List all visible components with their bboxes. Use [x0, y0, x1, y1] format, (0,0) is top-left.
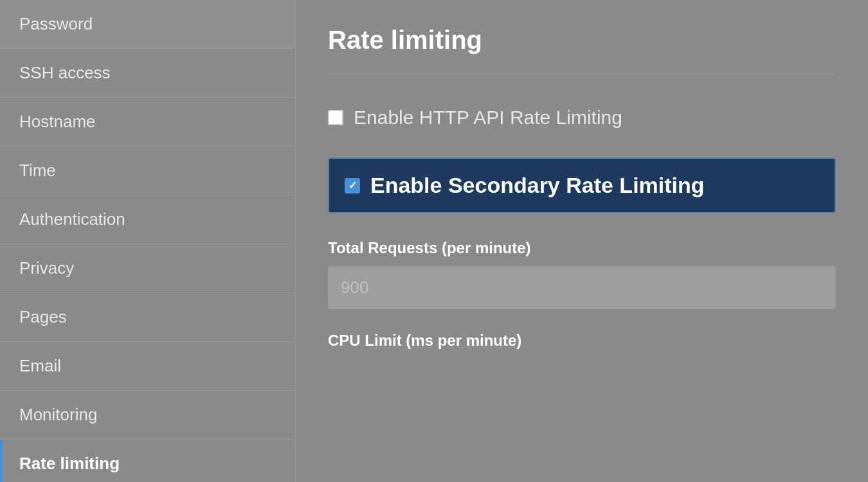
sidebar-item-pages[interactable]: Pages: [0, 293, 295, 342]
secondary-rate-limiting-row[interactable]: Enable Secondary Rate Limiting: [328, 157, 836, 213]
main-content: Rate limiting Enable HTTP API Rate Limit…: [296, 0, 868, 482]
sidebar-item-label: Pages: [19, 307, 67, 327]
page-title: Rate limiting: [328, 26, 836, 55]
sidebar-item-label: Rate limiting: [19, 454, 120, 474]
http-api-rate-limiting-row[interactable]: Enable HTTP API Rate Limiting: [328, 100, 836, 135]
sidebar-item-privacy[interactable]: Privacy: [0, 244, 295, 293]
sidebar-item-label: Password: [19, 14, 93, 34]
sidebar-item-monitoring[interactable]: Monitoring: [0, 391, 295, 440]
http-api-rate-limiting-label: Enable HTTP API Rate Limiting: [354, 107, 622, 129]
sidebar-item-time[interactable]: Time: [0, 147, 295, 195]
http-api-rate-limiting-checkbox[interactable]: [328, 110, 343, 125]
sidebar-item-password[interactable]: Password: [0, 0, 295, 49]
total-requests-label: Total Requests (per minute): [328, 239, 836, 257]
secondary-rate-limiting-checkbox[interactable]: [345, 178, 360, 193]
sidebar-item-authentication[interactable]: Authentication: [0, 195, 295, 244]
sidebar-item-email[interactable]: Email: [0, 342, 295, 391]
sidebar-item-label: Time: [19, 161, 56, 181]
total-requests-input[interactable]: [328, 266, 836, 309]
sidebar-item-label: SSH access: [19, 63, 111, 83]
sidebar-item-label: Privacy: [19, 258, 74, 278]
sidebar: Password SSH access Hostname Time Authen…: [0, 0, 296, 482]
sidebar-item-label: Hostname: [19, 112, 96, 132]
cpu-limit-label: CPU Limit (ms per minute): [328, 332, 836, 350]
sidebar-item-label: Monitoring: [19, 405, 97, 425]
secondary-rate-limiting-label: Enable Secondary Rate Limiting: [370, 173, 705, 198]
sidebar-item-rate-limiting[interactable]: Rate limiting: [0, 440, 295, 482]
divider: [328, 74, 836, 75]
sidebar-item-label: Authentication: [19, 210, 125, 229]
sidebar-item-ssh-access[interactable]: SSH access: [0, 49, 295, 98]
sidebar-item-label: Email: [19, 356, 61, 376]
sidebar-item-hostname[interactable]: Hostname: [0, 98, 295, 147]
